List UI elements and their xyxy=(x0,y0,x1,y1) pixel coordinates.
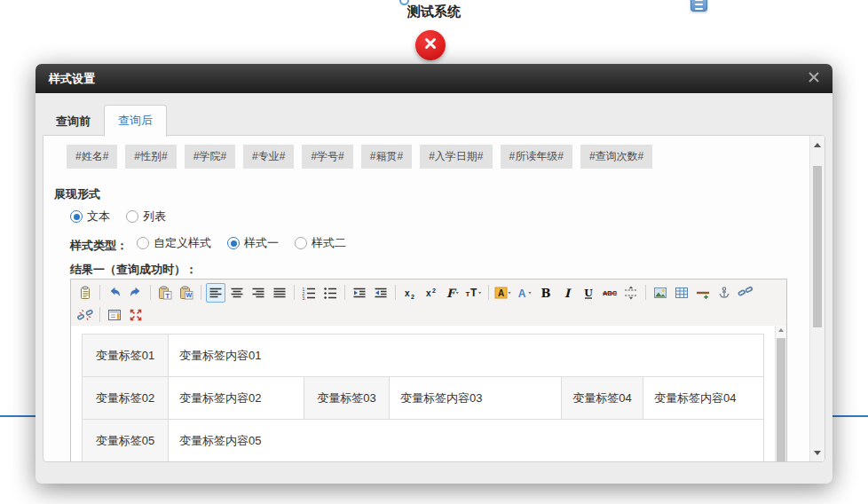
radio-label: 列表 xyxy=(143,209,166,224)
svg-text:T: T xyxy=(466,290,470,298)
menu-icon xyxy=(695,4,703,5)
outdent-icon[interactable] xyxy=(371,283,391,303)
variable-content-cell[interactable]: 变量标签内容04 xyxy=(643,377,764,420)
display-format-option[interactable]: 列表 xyxy=(126,209,166,224)
bold-icon[interactable]: B xyxy=(536,283,556,303)
svg-text:F: F xyxy=(446,286,457,299)
dialog-titlebar[interactable]: 样式设置 xyxy=(36,64,832,93)
fullscreen-icon[interactable] xyxy=(126,305,146,325)
svg-text:U: U xyxy=(584,287,593,298)
font-family-icon[interactable]: F xyxy=(443,283,462,303)
menu-button[interactable] xyxy=(690,0,707,12)
radio-unchecked-icon[interactable] xyxy=(295,237,307,249)
toolbar-separator xyxy=(150,285,151,300)
scroll-up-icon[interactable] xyxy=(776,328,786,332)
italic-icon[interactable]: I xyxy=(557,283,577,303)
variable-label-cell[interactable]: 变量标签03 xyxy=(304,377,390,420)
display-format-option[interactable]: 文本 xyxy=(70,209,110,224)
panel-scrollbar[interactable] xyxy=(809,136,825,461)
underline-icon[interactable]: U xyxy=(579,283,598,303)
line-height-icon[interactable] xyxy=(621,283,641,303)
variable-label-cell[interactable]: 变量标签02 xyxy=(83,377,169,420)
font-color-icon[interactable]: A xyxy=(515,283,534,303)
style-type-option[interactable]: 样式一 xyxy=(227,235,279,251)
radio-checked-icon[interactable] xyxy=(227,237,240,249)
svg-text:T: T xyxy=(165,291,170,299)
redo-icon[interactable] xyxy=(126,283,146,303)
editor-scrollbar[interactable] xyxy=(775,326,786,461)
preview-icon[interactable] xyxy=(105,305,124,325)
undo-icon[interactable] xyxy=(105,283,124,303)
align-right-icon[interactable] xyxy=(249,283,268,303)
page-close-button[interactable] xyxy=(415,30,446,60)
subscript-icon[interactable]: x2 xyxy=(400,283,420,303)
svg-text:2: 2 xyxy=(411,293,414,299)
svg-text:x: x xyxy=(405,287,410,297)
toolbar-separator xyxy=(488,285,489,300)
radio-label: 样式二 xyxy=(312,235,346,251)
image-icon[interactable] xyxy=(651,283,670,303)
svg-text:A: A xyxy=(518,287,526,299)
align-justify-icon[interactable] xyxy=(270,283,289,303)
font-size-icon[interactable]: TT xyxy=(464,283,484,303)
radio-label: 样式一 xyxy=(244,235,279,251)
close-x-icon xyxy=(808,71,820,87)
paste-text-icon[interactable]: T xyxy=(155,283,175,303)
link-icon[interactable] xyxy=(736,283,755,303)
variable-tag[interactable]: #所读年级# xyxy=(501,145,572,169)
variable-label-cell[interactable]: 变量标签04 xyxy=(562,377,643,420)
superscript-icon[interactable]: x2 xyxy=(422,283,441,303)
tab-item[interactable]: 查询后 xyxy=(104,105,167,137)
svg-text:2: 2 xyxy=(432,287,436,293)
variable-tag[interactable]: #学院# xyxy=(185,145,235,169)
variable-label-cell[interactable]: 变量标签01 xyxy=(83,335,169,377)
highlight-color-icon[interactable]: A xyxy=(493,283,513,303)
variable-tag[interactable]: #籍贯# xyxy=(361,145,412,169)
anchor-icon[interactable] xyxy=(714,283,734,303)
variable-tag[interactable]: #姓名# xyxy=(67,145,117,169)
editor-toolbar: TW1.2.3.x2x2FTTAABIUABC xyxy=(71,280,786,328)
dialog-title: 样式设置 xyxy=(36,64,832,93)
display-format-options: 文本列表 xyxy=(70,209,182,225)
insert-hr-icon[interactable] xyxy=(693,283,713,303)
scroll-down-icon[interactable] xyxy=(810,445,825,460)
screen: 测试系统 样式设置 查询前查询后 #姓名##性别##学院##专业##学号##籍贯… xyxy=(0,0,868,504)
variable-tag[interactable]: #专业# xyxy=(243,145,294,169)
svg-text:W: W xyxy=(185,292,192,298)
variable-label-cell[interactable]: 变量标签05 xyxy=(83,420,169,462)
radio-unchecked-icon[interactable] xyxy=(137,237,149,249)
variable-tag[interactable]: #性别# xyxy=(125,145,176,169)
variable-tag[interactable]: #查询次数# xyxy=(580,145,652,169)
toolbar-row-2 xyxy=(75,303,783,326)
variable-content-cell[interactable]: 变量标签内容03 xyxy=(390,377,562,420)
variable-tag[interactable]: #学号# xyxy=(302,145,352,169)
dialog-close-button[interactable] xyxy=(806,71,822,87)
editor-content-area[interactable]: 变量标签01变量标签内容01变量标签02变量标签内容02变量标签03变量标签内容… xyxy=(71,326,786,461)
ordered-list-icon[interactable]: 1.2.3. xyxy=(299,283,319,303)
unlink-icon[interactable] xyxy=(75,305,95,325)
radio-unchecked-icon[interactable] xyxy=(126,210,138,223)
indent-icon[interactable] xyxy=(350,283,369,303)
svg-text:B: B xyxy=(541,286,551,299)
variable-tag[interactable]: #入学日期# xyxy=(420,145,492,169)
align-center-icon[interactable] xyxy=(227,283,247,303)
tab-item[interactable]: 查询前 xyxy=(43,106,104,137)
strikethrough-icon[interactable]: ABC xyxy=(600,283,619,303)
toolbar-separator xyxy=(294,285,295,300)
style-type-row: 样式类型：自定义样式样式一样式二 xyxy=(70,235,362,254)
align-left-icon[interactable] xyxy=(206,283,225,303)
radio-checked-icon[interactable] xyxy=(70,210,83,223)
paste-word-icon[interactable]: W xyxy=(177,283,196,303)
style-type-option[interactable]: 样式二 xyxy=(295,235,346,251)
table-icon[interactable] xyxy=(672,283,691,303)
editor-scrollbar-thumb[interactable] xyxy=(777,338,785,461)
variable-content-cell[interactable]: 变量标签内容02 xyxy=(169,377,304,420)
variable-content-cell[interactable]: 变量标签内容01 xyxy=(169,335,764,377)
unordered-list-icon[interactable] xyxy=(320,283,340,303)
scroll-up-icon[interactable] xyxy=(810,138,825,152)
panel-scrollbar-thumb[interactable] xyxy=(813,166,822,327)
source-icon[interactable] xyxy=(75,283,95,303)
style-type-option[interactable]: 自定义样式 xyxy=(137,235,211,251)
style-type-options: 自定义样式样式一样式二 xyxy=(137,239,362,252)
variable-content-cell[interactable]: 变量标签内容05 xyxy=(169,420,764,462)
